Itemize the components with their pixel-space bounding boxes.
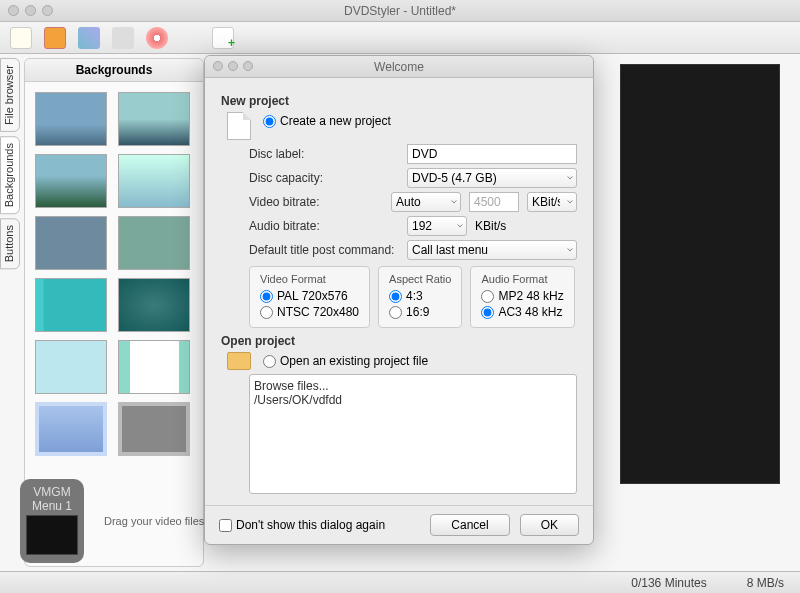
bg-thumb[interactable]: [35, 154, 107, 208]
recent-files-list[interactable]: Browse files... /Users/OK/vdfdd: [249, 374, 577, 494]
dialog-titlebar: Welcome: [205, 56, 593, 78]
aspect-ratio-group: Aspect Ratio 4:3 16:9: [378, 266, 462, 328]
pal-radio[interactable]: PAL 720x576: [260, 289, 359, 303]
disc-capacity-lbl: Disc capacity:: [249, 171, 399, 185]
open-project-heading: Open project: [221, 334, 577, 348]
new-project-heading: New project: [221, 94, 577, 108]
document-icon: [227, 112, 251, 140]
tab-file-browser[interactable]: File browser: [0, 58, 20, 132]
browse-files-item[interactable]: Browse files...: [254, 379, 572, 393]
ok-button[interactable]: OK: [520, 514, 579, 536]
bg-thumb[interactable]: [118, 340, 190, 394]
recent-file-item[interactable]: /Users/OK/vdfdd: [254, 393, 572, 407]
video-bitrate-val: [469, 192, 519, 212]
mp2-radio[interactable]: MP2 48 kHz: [481, 289, 563, 303]
audio-bitrate-val[interactable]: 192: [407, 216, 467, 236]
open-icon[interactable]: [44, 27, 66, 49]
aspect-169-radio[interactable]: 16:9: [389, 305, 451, 319]
tab-backgrounds[interactable]: Backgrounds: [0, 136, 20, 214]
disc-icon[interactable]: [146, 27, 168, 49]
traffic-lights[interactable]: [8, 5, 53, 16]
menu-thumb[interactable]: [26, 515, 78, 555]
aspect-43-radio[interactable]: 4:3: [389, 289, 451, 303]
window-title: DVDStyler - Untitled*: [344, 4, 456, 18]
post-cmd-select[interactable]: Call last menu: [407, 240, 577, 260]
bg-thumb[interactable]: [118, 278, 190, 332]
wrench-icon[interactable]: [112, 27, 134, 49]
dialog-title: Welcome: [374, 60, 424, 74]
disc-label-lbl: Disc label:: [249, 147, 399, 161]
bg-thumb[interactable]: [118, 92, 190, 146]
disc-label-input[interactable]: [407, 144, 577, 164]
statusbar: 0/136 Minutes 8 MB/s: [0, 571, 800, 593]
tab-buttons[interactable]: Buttons: [0, 218, 20, 269]
folder-icon: [227, 352, 251, 370]
video-bitrate-lbl: Video bitrate:: [249, 195, 383, 209]
video-bitrate-mode[interactable]: Auto: [391, 192, 461, 212]
bg-thumb[interactable]: [35, 278, 107, 332]
audio-bitrate-unit: KBit/s: [475, 219, 506, 233]
create-project-radio[interactable]: Create a new project: [263, 114, 391, 128]
menu-preview: [620, 64, 780, 484]
add-icon[interactable]: +: [212, 27, 234, 49]
status-rate: 8 MB/s: [747, 576, 784, 590]
bg-thumb[interactable]: [35, 92, 107, 146]
audio-format-group: Audio Format MP2 48 kHz AC3 48 kHz: [470, 266, 574, 328]
post-cmd-lbl: Default title post command:: [249, 243, 399, 257]
cancel-button[interactable]: Cancel: [430, 514, 509, 536]
disc-capacity-select[interactable]: DVD-5 (4.7 GB): [407, 168, 577, 188]
new-icon[interactable]: [10, 27, 32, 49]
bg-thumb[interactable]: [35, 402, 107, 456]
ntsc-radio[interactable]: NTSC 720x480: [260, 305, 359, 319]
dialog-traffic-lights[interactable]: [213, 61, 253, 71]
main-titlebar: DVDStyler - Untitled*: [0, 0, 800, 22]
audio-bitrate-lbl: Audio bitrate:: [249, 219, 399, 233]
bg-thumb[interactable]: [118, 154, 190, 208]
brush-icon[interactable]: [78, 27, 100, 49]
bg-thumb[interactable]: [35, 216, 107, 270]
bg-thumb[interactable]: [118, 402, 190, 456]
vmgm-menu-label: Menu 1: [26, 499, 78, 513]
ac3-radio[interactable]: AC3 48 kHz: [481, 305, 563, 319]
backgrounds-title: Backgrounds: [25, 59, 203, 82]
welcome-dialog: Welcome New project Create a new project…: [204, 55, 594, 545]
video-bitrate-unit[interactable]: KBit/s: [527, 192, 577, 212]
vmgm-block[interactable]: VMGM Menu 1: [20, 479, 84, 563]
bg-thumb[interactable]: [35, 340, 107, 394]
dont-show-checkbox[interactable]: Don't show this dialog again: [219, 518, 385, 532]
main-toolbar: +: [0, 22, 800, 54]
status-minutes: 0/136 Minutes: [631, 576, 706, 590]
vmgm-label: VMGM: [26, 485, 78, 499]
video-format-group: Video Format PAL 720x576 NTSC 720x480: [249, 266, 370, 328]
bg-thumb[interactable]: [118, 216, 190, 270]
open-project-radio[interactable]: Open an existing project file: [263, 354, 428, 368]
